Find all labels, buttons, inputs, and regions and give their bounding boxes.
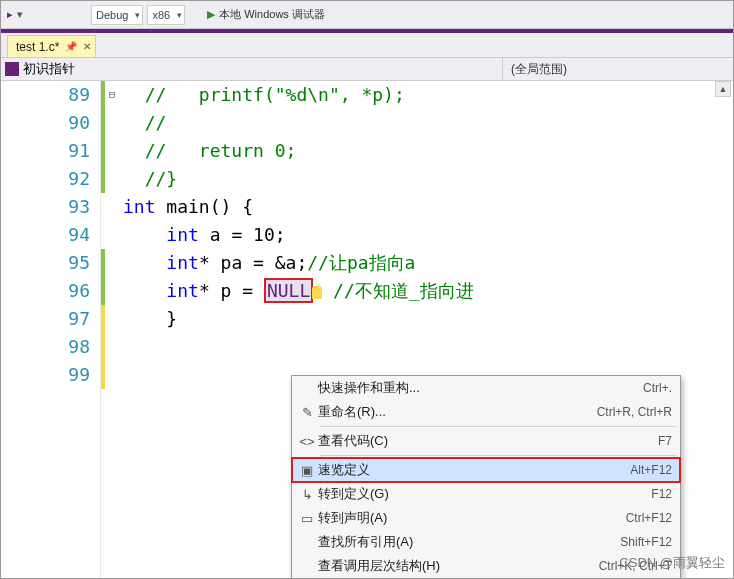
line-number: 97 [1, 305, 90, 333]
code-line[interactable]: // printf("%d\n", *p); [123, 81, 733, 109]
line-number: 91 [1, 137, 90, 165]
menu-item-label: 速览定义 [318, 461, 630, 479]
menu-item-icon: <> [296, 434, 318, 449]
nav-scope-right[interactable]: (全局范围) [503, 58, 733, 80]
fold-toggle[interactable]: ⊟ [105, 81, 119, 109]
line-number: 98 [1, 333, 90, 361]
menu-item-shortcut: Ctrl+F12 [626, 511, 672, 525]
top-toolbar: ▸ ▾ Debug x86 ▶ 本地 Windows 调试器 [1, 1, 733, 29]
menu-item[interactable]: ▣速览定义Alt+F12 [292, 458, 680, 482]
menu-item-icon: ↳ [296, 487, 318, 502]
menu-item-shortcut: Shift+F12 [620, 535, 672, 549]
close-icon[interactable]: ✕ [83, 41, 91, 52]
menu-item-label: 转到定义(G) [318, 485, 651, 503]
code-line[interactable]: int* p = NULL //不知道_指向进 [123, 277, 733, 305]
document-tabs: test 1.c* 📌 ✕ [1, 33, 733, 57]
menu-item[interactable]: ✎重命名(R)...Ctrl+R, Ctrl+R [292, 400, 680, 424]
line-number: 89 [1, 81, 90, 109]
menu-separator [320, 426, 676, 427]
platform-dropdown[interactable]: x86 [147, 5, 185, 25]
fold-column[interactable]: ⊟ [105, 81, 119, 578]
menu-item-shortcut: F12 [651, 487, 672, 501]
code-line[interactable]: int* pa = &a;//让pa指向a [123, 249, 733, 277]
cpp-icon [5, 62, 19, 76]
menu-item[interactable]: 查找所有引用(A)Shift+F12 [292, 530, 680, 554]
menu-item-shortcut: F7 [658, 434, 672, 448]
code-line[interactable]: int main() { [123, 193, 733, 221]
menu-item-label: 转到声明(A) [318, 509, 626, 527]
run-button-label[interactable]: 本地 Windows 调试器 [219, 7, 325, 22]
menu-item-shortcut: Ctrl+R, Ctrl+R [597, 405, 672, 419]
menu-item-shortcut: Ctrl+. [643, 381, 672, 395]
line-number: 99 [1, 361, 90, 389]
menu-item-label: 快速操作和重构... [318, 379, 643, 397]
code-line[interactable]: // return 0; [123, 137, 733, 165]
line-number: 90 [1, 109, 90, 137]
menu-item-icon: ▣ [296, 463, 318, 478]
navigation-bar: 初识指针 (全局范围) [1, 57, 733, 81]
menu-item[interactable]: 快速操作和重构...Ctrl+. [292, 376, 680, 400]
menu-item[interactable]: ▭转到声明(A)Ctrl+F12 [292, 506, 680, 530]
menu-separator [320, 455, 676, 456]
nav-scope-left[interactable]: 初识指针 [1, 58, 503, 80]
menu-item-icon: ✎ [296, 405, 318, 420]
menu-item-icon: ▭ [296, 511, 318, 526]
context-menu: 快速操作和重构...Ctrl+.✎重命名(R)...Ctrl+R, Ctrl+R… [291, 375, 681, 579]
menu-item-label: 查看代码(C) [318, 432, 658, 450]
menu-item-shortcut: Alt+F12 [630, 463, 672, 477]
line-number: 95 [1, 249, 90, 277]
nav-right-label: (全局范围) [511, 61, 567, 78]
active-tab[interactable]: test 1.c* 📌 ✕ [7, 35, 96, 57]
scroll-up-button[interactable]: ▲ [715, 81, 731, 97]
menu-item-label: 查找所有引用(A) [318, 533, 620, 551]
line-number: 92 [1, 165, 90, 193]
pin-icon[interactable]: 📌 [65, 41, 77, 52]
line-number: 94 [1, 221, 90, 249]
watermark: CSDN @雨翼轻尘 [619, 554, 725, 572]
tab-filename: test 1.c* [16, 40, 59, 54]
play-icon[interactable]: ▶ [207, 8, 215, 21]
line-number-gutter: 8990919293949596979899 [1, 81, 101, 578]
config-dropdown[interactable]: Debug [91, 5, 143, 25]
nav-left-label: 初识指针 [23, 60, 75, 78]
code-line[interactable]: int a = 10; [123, 221, 733, 249]
line-number: 96 [1, 277, 90, 305]
code-line[interactable]: // [123, 109, 733, 137]
menu-item[interactable]: ↳转到定义(G)F12 [292, 482, 680, 506]
line-number: 93 [1, 193, 90, 221]
menu-item-label: 查看调用层次结构(H) [318, 557, 599, 575]
menu-item[interactable]: <>查看代码(C)F7 [292, 429, 680, 453]
code-line[interactable]: } [123, 305, 733, 333]
menu-item-label: 重命名(R)... [318, 403, 597, 421]
code-line[interactable]: //} [123, 165, 733, 193]
